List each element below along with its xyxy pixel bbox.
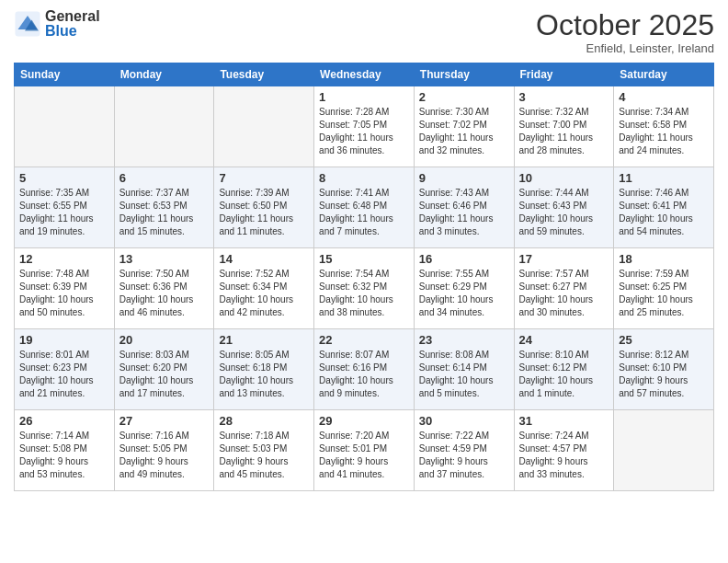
day-number: 23 (419, 333, 509, 347)
month-title: October 2025 (536, 9, 714, 41)
day-number: 31 (519, 414, 609, 428)
table-row: 21Sunrise: 8:05 AMSunset: 6:18 PMDayligh… (214, 329, 314, 410)
day-info: Sunrise: 7:30 AMSunset: 7:02 PMDaylight:… (419, 106, 509, 157)
day-number: 29 (319, 414, 409, 428)
table-row: 10Sunrise: 7:44 AMSunset: 6:43 PMDayligh… (514, 167, 614, 248)
table-row: 24Sunrise: 8:10 AMSunset: 6:12 PMDayligh… (514, 329, 614, 410)
day-info: Sunrise: 7:37 AMSunset: 6:53 PMDaylight:… (119, 187, 210, 238)
table-row: 5Sunrise: 7:35 AMSunset: 6:55 PMDaylight… (15, 167, 115, 248)
day-info: Sunrise: 8:10 AMSunset: 6:12 PMDaylight:… (519, 349, 609, 400)
table-row: 31Sunrise: 7:24 AMSunset: 4:57 PMDayligh… (514, 410, 614, 491)
header-thursday: Thursday (414, 63, 514, 86)
table-row: 1Sunrise: 7:28 AMSunset: 7:05 PMDaylight… (314, 86, 415, 167)
day-number: 17 (519, 252, 609, 266)
day-info: Sunrise: 8:07 AMSunset: 6:16 PMDaylight:… (319, 349, 409, 400)
table-row (114, 86, 214, 167)
day-info: Sunrise: 7:57 AMSunset: 6:27 PMDaylight:… (519, 268, 609, 319)
day-number: 21 (219, 333, 309, 347)
day-number: 12 (19, 252, 109, 266)
day-info: Sunrise: 7:50 AMSunset: 6:36 PMDaylight:… (119, 268, 210, 319)
header-monday: Monday (114, 63, 214, 86)
table-row: 8Sunrise: 7:41 AMSunset: 6:48 PMDaylight… (314, 167, 415, 248)
header-tuesday: Tuesday (214, 63, 314, 86)
header: General Blue October 2025 Enfield, Leins… (14, 9, 714, 55)
logo-blue-text: Blue (45, 24, 100, 39)
day-number: 15 (319, 252, 409, 266)
logo: General Blue (14, 9, 100, 39)
day-info: Sunrise: 7:54 AMSunset: 6:32 PMDaylight:… (319, 268, 409, 319)
day-number: 3 (519, 90, 609, 104)
day-number: 14 (219, 252, 309, 266)
day-info: Sunrise: 7:18 AMSunset: 5:03 PMDaylight:… (219, 430, 309, 481)
table-row: 11Sunrise: 7:46 AMSunset: 6:41 PMDayligh… (614, 167, 714, 248)
table-row: 22Sunrise: 8:07 AMSunset: 6:16 PMDayligh… (314, 329, 415, 410)
day-number: 16 (419, 252, 509, 266)
table-row: 28Sunrise: 7:18 AMSunset: 5:03 PMDayligh… (214, 410, 314, 491)
table-row: 26Sunrise: 7:14 AMSunset: 5:08 PMDayligh… (15, 410, 115, 491)
day-info: Sunrise: 7:34 AMSunset: 6:58 PMDaylight:… (619, 106, 709, 157)
table-row: 27Sunrise: 7:16 AMSunset: 5:05 PMDayligh… (114, 410, 214, 491)
day-info: Sunrise: 8:03 AMSunset: 6:20 PMDaylight:… (119, 349, 210, 400)
day-info: Sunrise: 7:22 AMSunset: 4:59 PMDaylight:… (419, 430, 509, 481)
header-friday: Friday (514, 63, 614, 86)
table-row: 14Sunrise: 7:52 AMSunset: 6:34 PMDayligh… (214, 248, 314, 329)
table-row: 7Sunrise: 7:39 AMSunset: 6:50 PMDaylight… (214, 167, 314, 248)
day-info: Sunrise: 7:32 AMSunset: 7:00 PMDaylight:… (519, 106, 609, 157)
table-row: 29Sunrise: 7:20 AMSunset: 5:01 PMDayligh… (314, 410, 415, 491)
day-info: Sunrise: 7:35 AMSunset: 6:55 PMDaylight:… (19, 187, 109, 238)
day-info: Sunrise: 7:41 AMSunset: 6:48 PMDaylight:… (319, 187, 409, 238)
location: Enfield, Leinster, Ireland (536, 41, 714, 55)
table-row: 12Sunrise: 7:48 AMSunset: 6:39 PMDayligh… (15, 248, 115, 329)
table-row (614, 410, 714, 491)
table-row: 6Sunrise: 7:37 AMSunset: 6:53 PMDaylight… (114, 167, 214, 248)
table-row: 20Sunrise: 8:03 AMSunset: 6:20 PMDayligh… (114, 329, 214, 410)
day-info: Sunrise: 8:08 AMSunset: 6:14 PMDaylight:… (419, 349, 509, 400)
day-number: 2 (419, 90, 509, 104)
table-row: 17Sunrise: 7:57 AMSunset: 6:27 PMDayligh… (514, 248, 614, 329)
day-info: Sunrise: 7:14 AMSunset: 5:08 PMDaylight:… (19, 430, 109, 481)
table-row: 3Sunrise: 7:32 AMSunset: 7:00 PMDaylight… (514, 86, 614, 167)
day-info: Sunrise: 7:43 AMSunset: 6:46 PMDaylight:… (419, 187, 509, 238)
calendar-week-row: 12Sunrise: 7:48 AMSunset: 6:39 PMDayligh… (15, 248, 714, 329)
day-number: 13 (119, 252, 210, 266)
logo-general-text: General (45, 9, 100, 24)
day-info: Sunrise: 7:39 AMSunset: 6:50 PMDaylight:… (219, 187, 309, 238)
header-sunday: Sunday (15, 63, 115, 86)
day-number: 22 (319, 333, 409, 347)
table-row (15, 86, 115, 167)
table-row: 13Sunrise: 7:50 AMSunset: 6:36 PMDayligh… (114, 248, 214, 329)
day-info: Sunrise: 7:16 AMSunset: 5:05 PMDaylight:… (119, 430, 210, 481)
day-number: 6 (119, 171, 210, 185)
day-info: Sunrise: 7:59 AMSunset: 6:25 PMDaylight:… (619, 268, 709, 319)
header-wednesday: Wednesday (314, 63, 415, 86)
day-info: Sunrise: 7:46 AMSunset: 6:41 PMDaylight:… (619, 187, 709, 238)
table-row: 2Sunrise: 7:30 AMSunset: 7:02 PMDaylight… (414, 86, 514, 167)
day-number: 4 (619, 90, 709, 104)
table-row: 4Sunrise: 7:34 AMSunset: 6:58 PMDaylight… (614, 86, 714, 167)
table-row: 23Sunrise: 8:08 AMSunset: 6:14 PMDayligh… (414, 329, 514, 410)
day-number: 11 (619, 171, 709, 185)
day-number: 24 (519, 333, 609, 347)
day-info: Sunrise: 7:44 AMSunset: 6:43 PMDaylight:… (519, 187, 609, 238)
table-row: 16Sunrise: 7:55 AMSunset: 6:29 PMDayligh… (414, 248, 514, 329)
table-row: 15Sunrise: 7:54 AMSunset: 6:32 PMDayligh… (314, 248, 415, 329)
day-info: Sunrise: 7:20 AMSunset: 5:01 PMDaylight:… (319, 430, 409, 481)
calendar-week-row: 26Sunrise: 7:14 AMSunset: 5:08 PMDayligh… (15, 410, 714, 491)
day-number: 8 (319, 171, 409, 185)
day-number: 28 (219, 414, 309, 428)
day-number: 10 (519, 171, 609, 185)
day-number: 27 (119, 414, 210, 428)
day-info: Sunrise: 8:05 AMSunset: 6:18 PMDaylight:… (219, 349, 309, 400)
day-number: 20 (119, 333, 210, 347)
day-info: Sunrise: 7:55 AMSunset: 6:29 PMDaylight:… (419, 268, 509, 319)
table-row: 30Sunrise: 7:22 AMSunset: 4:59 PMDayligh… (414, 410, 514, 491)
day-number: 26 (19, 414, 109, 428)
day-number: 7 (219, 171, 309, 185)
day-info: Sunrise: 8:12 AMSunset: 6:10 PMDaylight:… (619, 349, 709, 400)
day-info: Sunrise: 7:52 AMSunset: 6:34 PMDaylight:… (219, 268, 309, 319)
calendar-week-row: 19Sunrise: 8:01 AMSunset: 6:23 PMDayligh… (15, 329, 714, 410)
day-info: Sunrise: 7:48 AMSunset: 6:39 PMDaylight:… (19, 268, 109, 319)
calendar-week-row: 5Sunrise: 7:35 AMSunset: 6:55 PMDaylight… (15, 167, 714, 248)
header-saturday: Saturday (614, 63, 714, 86)
table-row: 19Sunrise: 8:01 AMSunset: 6:23 PMDayligh… (15, 329, 115, 410)
